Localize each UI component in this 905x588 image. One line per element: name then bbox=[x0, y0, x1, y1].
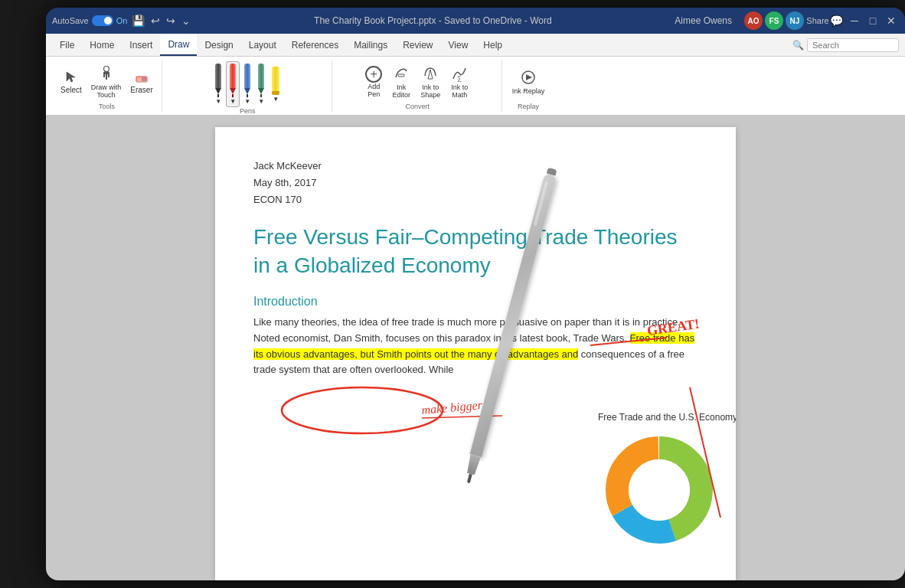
add-pen-button[interactable]: + AddPen bbox=[361, 64, 386, 100]
user-avatars: AO FS NJ bbox=[744, 11, 804, 30]
draw-touch-icon bbox=[100, 65, 113, 82]
document-title-text: The Charity Book Project.pptx - Saved to… bbox=[314, 15, 552, 26]
save-icon[interactable]: 💾 bbox=[132, 15, 145, 27]
convert-items: + AddPen InkEditor Ink toShape bbox=[361, 61, 473, 103]
minimize-button[interactable]: ─ bbox=[847, 13, 862, 28]
chart-percent: 33% bbox=[647, 483, 671, 496]
tab-review[interactable]: Review bbox=[395, 34, 440, 56]
tab-references[interactable]: References bbox=[284, 34, 346, 56]
svg-point-0 bbox=[103, 67, 109, 72]
draw-touch-label: Draw withTouch bbox=[91, 83, 122, 99]
user-name: Aimee Owens bbox=[675, 15, 732, 26]
more-icon[interactable]: ⌄ bbox=[181, 15, 191, 27]
tab-mailings[interactable]: Mailings bbox=[346, 34, 395, 56]
device-frame: AutoSave On 💾 ↩ ↪ ⌄ The Charity Book Pro… bbox=[46, 8, 905, 580]
ink-editor-button[interactable]: InkEditor bbox=[387, 63, 415, 101]
draw-touch-button[interactable]: Draw withTouch bbox=[87, 63, 126, 101]
svg-rect-4 bbox=[398, 74, 404, 77]
ink-replay-button[interactable]: Ink Replay bbox=[508, 67, 549, 97]
replay-label: Ink Replay bbox=[512, 87, 545, 95]
maximize-button[interactable]: □ bbox=[865, 13, 880, 28]
svg-text:∑: ∑ bbox=[457, 75, 462, 82]
select-label: Select bbox=[60, 86, 82, 94]
stylus-taper bbox=[466, 454, 481, 475]
tab-file[interactable]: File bbox=[52, 34, 82, 56]
autosave-state: On bbox=[116, 16, 128, 25]
meta-date: May 8th, 2017 bbox=[253, 175, 698, 191]
document-title-bar: The Charity Book Project.pptx - Saved to… bbox=[195, 15, 670, 26]
autosave-label: AutoSave bbox=[52, 16, 89, 25]
avatar-ao: AO bbox=[744, 11, 763, 30]
tab-layout[interactable]: Layout bbox=[241, 34, 284, 56]
share-button[interactable]: Share bbox=[810, 13, 825, 28]
ink-shape-icon bbox=[422, 65, 439, 82]
convert-label: Convert bbox=[406, 103, 430, 110]
pens-items: ▼ ▼ bbox=[212, 61, 283, 107]
meta-course: ECON 170 bbox=[253, 191, 698, 208]
search-icon: 🔍 bbox=[792, 40, 804, 51]
tools-items: Select Draw withTouch Eraser bbox=[57, 61, 157, 103]
autosave-toggle-knob bbox=[104, 17, 112, 24]
pen-teal-button[interactable]: ▼ bbox=[255, 62, 267, 106]
titlebar-icons: 💾 ↩ ↪ ⌄ bbox=[132, 15, 191, 27]
pen-black-button[interactable]: ▼ bbox=[212, 62, 224, 106]
eraser-icon bbox=[135, 70, 149, 84]
pen-red-button[interactable]: ▼ bbox=[226, 61, 240, 107]
pen-yellow-button[interactable]: ▼ bbox=[269, 65, 283, 104]
add-pen-icon: + bbox=[365, 66, 382, 83]
comments-icon[interactable]: 💬 bbox=[828, 13, 844, 28]
ribbon-group-pens: ▼ ▼ bbox=[164, 60, 332, 112]
tab-insert[interactable]: Insert bbox=[122, 34, 160, 56]
select-button[interactable]: Select bbox=[57, 68, 86, 96]
doc-area: Jack McKeever May 8th, 2017 ECON 170 Fre… bbox=[46, 115, 905, 580]
ribbon-search: 🔍 bbox=[792, 38, 899, 52]
svg-line-13 bbox=[422, 416, 502, 418]
replay-group-label: Replay bbox=[518, 103, 539, 110]
tab-help[interactable]: Help bbox=[475, 34, 510, 56]
autosave-toggle[interactable] bbox=[92, 15, 113, 26]
ink-math-label: Ink toMath bbox=[451, 83, 468, 99]
select-icon bbox=[64, 70, 78, 84]
close-button[interactable]: ✕ bbox=[884, 13, 899, 28]
doc-meta: Jack McKeever May 8th, 2017 ECON 170 bbox=[253, 158, 698, 208]
replay-items: Ink Replay bbox=[508, 61, 549, 103]
ink-math-button[interactable]: ∑ Ink toMath bbox=[446, 63, 473, 101]
doc-page: Jack McKeever May 8th, 2017 ECON 170 Fre… bbox=[215, 127, 736, 580]
avatar-nj: NJ bbox=[786, 11, 804, 30]
titlebar-right: Aimee Owens AO FS NJ Share 💬 ─ □ ✕ bbox=[675, 11, 899, 30]
ink-editor-icon bbox=[393, 65, 410, 82]
chart-area: Free Trade and the U.S. Economy 33% bbox=[598, 412, 736, 565]
pens-label: Pens bbox=[240, 107, 256, 115]
ribbon-group-convert: + AddPen InkEditor Ink toShape bbox=[334, 60, 502, 112]
highlighted-text: Free trade has its obvious advantages, b… bbox=[253, 332, 694, 360]
title-bar: AutoSave On 💾 ↩ ↪ ⌄ The Charity Book Pro… bbox=[46, 8, 905, 34]
ink-editor-label: InkEditor bbox=[392, 83, 410, 99]
pen-blue-button[interactable]: ▼ bbox=[241, 62, 253, 106]
add-pen-label: AddPen bbox=[368, 83, 380, 98]
ink-shape-button[interactable]: Ink toShape bbox=[417, 63, 444, 101]
tab-view[interactable]: View bbox=[441, 34, 476, 56]
tab-draw[interactable]: Draw bbox=[160, 34, 197, 56]
ink-shape-label: Ink toShape bbox=[420, 83, 440, 99]
ribbon-group-replay: Ink Replay Replay bbox=[504, 60, 554, 112]
doc-section-title: Introduction bbox=[253, 295, 698, 309]
svg-rect-2 bbox=[142, 77, 147, 82]
ink-replay-icon bbox=[520, 69, 537, 86]
ribbon-content: Select Draw withTouch Eraser bbox=[46, 57, 905, 115]
avatar-fs: FS bbox=[765, 11, 783, 30]
tab-design[interactable]: Design bbox=[197, 34, 240, 56]
doc-body: Like many theories, the idea of free tra… bbox=[253, 315, 698, 378]
ink-math-icon: ∑ bbox=[451, 65, 468, 82]
tab-home[interactable]: Home bbox=[82, 34, 122, 56]
ribbon-tabs: File Home Insert Draw Design Layout Refe… bbox=[46, 34, 905, 57]
search-input[interactable] bbox=[807, 38, 899, 52]
undo-icon[interactable]: ↩ bbox=[151, 15, 160, 27]
eraser-button[interactable]: Eraser bbox=[126, 68, 156, 96]
redo-icon[interactable]: ↪ bbox=[166, 15, 175, 27]
svg-text:make bigger: make bigger bbox=[421, 398, 484, 417]
ribbon-group-tools: Select Draw withTouch Eraser bbox=[52, 60, 162, 112]
meta-author: Jack McKeever bbox=[253, 158, 698, 175]
eraser-label: Eraser bbox=[130, 86, 152, 94]
window-controls: Share 💬 ─ □ ✕ bbox=[810, 13, 899, 28]
donut-chart: 33% bbox=[598, 429, 720, 551]
